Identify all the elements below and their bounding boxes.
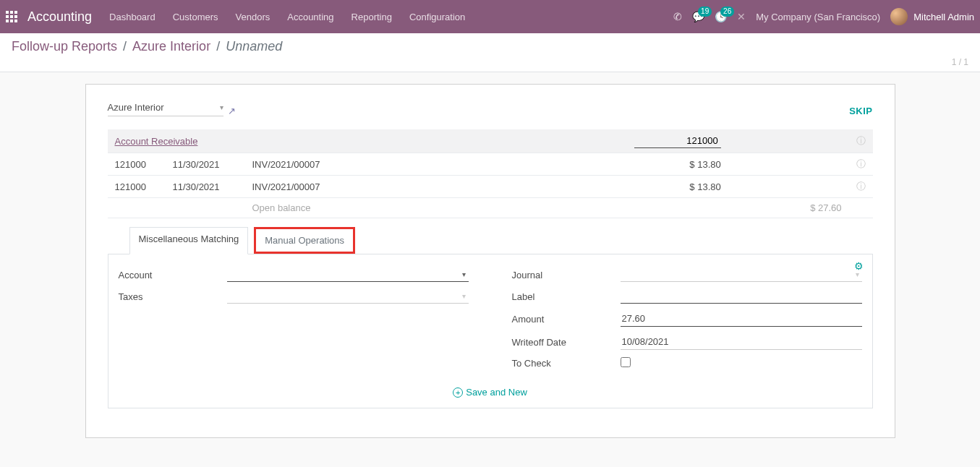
nav-accounting[interactable]: Accounting [287,12,333,22]
top-navbar: Accounting Dashboard Customers Vendors A… [0,0,980,33]
activities-icon[interactable]: 🕓26 [715,11,727,22]
to-check-checkbox[interactable] [621,357,631,367]
breadcrumb-current: Unnamed [226,39,282,54]
account-field[interactable]: ▾ [227,267,469,282]
journal-field[interactable]: ▾ [621,267,862,282]
account-receivable-link[interactable]: Account Receivable [115,136,198,147]
company-selector[interactable]: My Company (San Francisco) [756,12,880,22]
breadcrumb-partner[interactable]: Azure Interior [132,39,210,54]
line-code: 121000 [108,176,166,198]
breadcrumb-sep: / [123,39,127,54]
writeoff-date-field[interactable]: 10/08/2021 [621,334,862,350]
table-row[interactable]: 121000 11/30/2021 INV/2021/00007 $ 13.80… [108,176,873,198]
nav-vendors[interactable]: Vendors [236,12,270,22]
line-amount: $ 13.80 [461,153,728,176]
tabs: Miscellaneous Matching Manual Operations [108,227,873,254]
chevron-down-icon: ▾ [462,292,466,300]
chevron-down-icon: ▾ [220,103,223,111]
avatar [890,8,908,25]
account-label: Account [119,270,227,280]
messages-badge: 19 [698,7,712,17]
user-menu[interactable]: Mitchell Admin [890,8,974,25]
tab-misc-matching[interactable]: Miscellaneous Matching [129,227,249,254]
table-row[interactable]: 121000 11/30/2021 INV/2021/00007 $ 13.80… [108,153,873,176]
nav-customers[interactable]: Customers [173,12,218,22]
line-date: 11/30/2021 [166,153,245,176]
nav-dashboard[interactable]: Dashboard [109,12,155,22]
label-field[interactable] [621,289,862,304]
messages-icon[interactable]: 💬19 [692,11,704,22]
apps-icon[interactable] [6,11,17,22]
partner-name: Azure Interior [108,102,164,113]
writeoff-date-label: Writeoff Date [512,337,621,348]
user-name-label: Mitchell Admin [913,12,974,22]
app-name[interactable]: Accounting [27,9,92,25]
breadcrumb-followup[interactable]: Follow-up Reports [12,39,117,54]
line-code: 121000 [108,153,166,176]
control-panel: Follow-up Reports / Azure Interior / Unn… [0,33,980,72]
chevron-down-icon: ▾ [462,270,466,278]
line-ref: INV/2021/00007 [245,153,462,176]
line-date: 11/30/2021 [166,176,245,198]
chevron-down-icon: ▾ [856,270,859,278]
activities-badge: 26 [720,7,734,17]
plus-icon: + [453,387,463,398]
line-ref: INV/2021/00007 [245,176,462,198]
header-amount-input[interactable] [634,134,721,148]
open-balance-label: Open balance [245,198,462,218]
label-label: Label [512,291,621,302]
nav-configuration[interactable]: Configuration [409,12,465,22]
open-balance-value: $ 27.60 [728,198,849,218]
form-sheet: Azure Interior ▾ ↗ SKIP Account Receivab… [85,84,895,438]
info-icon[interactable]: ⓘ [849,176,873,198]
journal-label: Journal [512,270,621,280]
skip-button[interactable]: SKIP [849,106,872,116]
tab-pane: ⚙ Account ▾ Taxes ▾ Journal ▾ [108,254,873,408]
taxes-field[interactable]: ▾ [227,289,469,304]
breadcrumb-sep: / [216,39,220,54]
pager[interactable]: 1 / 1 [952,57,968,67]
reconciliation-table: Account Receivable ⓘ 121000 11/30/2021 I… [108,129,873,218]
info-icon[interactable]: ⓘ [849,153,873,176]
save-new-label: Save and New [466,387,527,398]
nav-menu: Dashboard Customers Vendors Accounting R… [109,12,465,22]
close-icon[interactable]: ✕ [737,11,746,22]
amount-field[interactable]: 27.60 [621,311,862,327]
info-icon[interactable]: ⓘ [849,129,873,153]
tab-manual-operations[interactable]: Manual Operations [254,227,355,254]
open-balance-row: Open balance $ 27.60 [108,198,873,218]
external-link-icon[interactable]: ↗ [228,106,236,116]
save-and-new-button[interactable]: +Save and New [116,387,865,398]
account-header-row: Account Receivable ⓘ [108,129,873,153]
nav-reporting[interactable]: Reporting [351,12,392,22]
breadcrumb: Follow-up Reports / Azure Interior / Unn… [12,39,968,54]
taxes-label: Taxes [119,291,227,302]
phone-icon[interactable]: ✆ [673,11,682,22]
partner-select[interactable]: Azure Interior ▾ [108,102,223,116]
line-amount: $ 13.80 [461,176,728,198]
to-check-label: To Check [512,358,621,369]
amount-label: Amount [512,314,621,325]
